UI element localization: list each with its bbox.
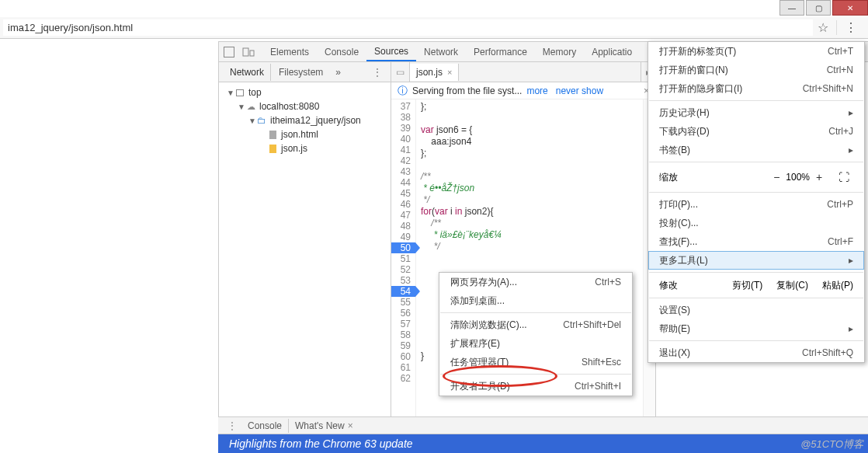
close-icon[interactable]: × bbox=[348, 420, 353, 431]
menu-find[interactable]: 查找(F)...Ctrl+F bbox=[648, 232, 864, 251]
close-tab-icon[interactable]: × bbox=[447, 68, 452, 77]
fullscreen-icon[interactable]: ⛶ bbox=[835, 171, 853, 183]
tree-file-js-label: json.js bbox=[281, 143, 307, 154]
window-maximize[interactable]: ▢ bbox=[806, 0, 831, 16]
info-never-link[interactable]: never show bbox=[556, 85, 603, 96]
menu-extensions[interactable]: 扩展程序(E) bbox=[439, 334, 632, 353]
nav-tab-filesystem[interactable]: Filesystem bbox=[270, 64, 329, 81]
more-tools-submenu: 网页另存为(A)...Ctrl+S 添加到桌面... 清除浏览数据(C)...C… bbox=[439, 272, 633, 396]
nav-tab-more[interactable]: » bbox=[329, 64, 347, 81]
menu-task-manager[interactable]: 任务管理器(T)Shift+Esc bbox=[439, 353, 632, 371]
whatsnew-headline: Highlights from the Chrome 63 update bbox=[218, 434, 868, 453]
menu-developer-tools[interactable]: 开发者工具(D)Ctrl+Shift+I bbox=[439, 377, 632, 396]
info-text: Serving from the file syst... bbox=[412, 85, 522, 96]
tab-console[interactable]: Console bbox=[317, 44, 366, 61]
menu-downloads[interactable]: 下载内容(D)Ctrl+J bbox=[648, 122, 864, 141]
menu-add-to-desktop[interactable]: 添加到桌面... bbox=[439, 291, 632, 310]
menu-incognito[interactable]: 打开新的隐身窗口(I)Ctrl+Shift+N bbox=[648, 79, 864, 98]
devtools-drawer: ⋮ Console What's New× Highlights from th… bbox=[218, 416, 868, 453]
chrome-main-menu: 打开新的标签页(T)Ctrl+T 打开新的窗口(N)Ctrl+N 打开新的隐身窗… bbox=[648, 41, 865, 363]
menu-new-window[interactable]: 打开新的窗口(N)Ctrl+N bbox=[648, 61, 864, 79]
zoom-in-button[interactable]: + bbox=[810, 171, 828, 183]
window-close[interactable]: ✕ bbox=[832, 0, 868, 16]
tree-top-label: top bbox=[248, 87, 262, 98]
tree-host[interactable]: ▼☁localhost:8080 bbox=[219, 99, 391, 113]
info-icon: ⓘ bbox=[398, 84, 408, 98]
menu-history[interactable]: 历史记录(H)▸ bbox=[648, 103, 864, 122]
menu-exit[interactable]: 退出(X)Ctrl+Shift+Q bbox=[648, 343, 864, 362]
tree-folder-label: itheima12_jquery/json bbox=[270, 115, 361, 126]
tab-network[interactable]: Network bbox=[416, 44, 466, 61]
edit-label: 修改 bbox=[659, 279, 678, 292]
line-gutter[interactable]: 3738394041424344454647484950515253545556… bbox=[391, 99, 416, 436]
info-more-link[interactable]: more bbox=[526, 85, 547, 96]
drawer-tab-whatsnew[interactable]: What's New× bbox=[288, 419, 359, 433]
editor-files-icon[interactable]: ▭ bbox=[391, 62, 410, 82]
tab-application[interactable]: Applicatio bbox=[584, 44, 640, 61]
menu-clear-browsing-data[interactable]: 清除浏览数据(C)...Ctrl+Shift+Del bbox=[439, 315, 632, 334]
chrome-menu-button[interactable]: ⋮ bbox=[836, 20, 865, 35]
menu-bookmarks[interactable]: 书签(B)▸ bbox=[648, 141, 864, 159]
tree-file-html[interactable]: json.html bbox=[219, 127, 391, 141]
tree-host-label: localhost:8080 bbox=[259, 101, 319, 112]
tab-sources[interactable]: Sources bbox=[366, 43, 416, 61]
menu-new-tab[interactable]: 打开新的标签页(T)Ctrl+T bbox=[648, 42, 864, 61]
nav-tab-network[interactable]: Network bbox=[224, 64, 270, 81]
editor-tab-label: json.js bbox=[416, 67, 443, 78]
menu-edit-row: 修改 剪切(T) 复制(C) 粘贴(P) bbox=[648, 275, 864, 295]
url-input[interactable] bbox=[3, 19, 813, 36]
menu-save-page-as[interactable]: 网页另存为(A)...Ctrl+S bbox=[439, 273, 632, 291]
menu-more-tools[interactable]: 更多工具(L)▸ bbox=[648, 251, 864, 270]
zoom-label: 缩放 bbox=[659, 171, 678, 184]
tab-elements[interactable]: Elements bbox=[262, 44, 317, 61]
tree-file-js[interactable]: json.js bbox=[219, 141, 391, 155]
svg-rect-0 bbox=[243, 48, 248, 56]
sources-navigator: Network Filesystem » ⋮ ▼top ▼☁localhost:… bbox=[219, 62, 391, 453]
window-minimize[interactable]: — bbox=[779, 0, 804, 16]
tab-performance[interactable]: Performance bbox=[466, 44, 535, 61]
nav-tab-kebab-icon[interactable]: ⋮ bbox=[369, 66, 386, 78]
svg-rect-1 bbox=[250, 51, 254, 56]
editor-infobar: ⓘ Serving from the file syst... more nev… bbox=[391, 82, 655, 99]
drawer-kebab-icon[interactable]: ⋮ bbox=[223, 420, 241, 431]
tab-memory[interactable]: Memory bbox=[535, 44, 584, 61]
menu-settings[interactable]: 设置(S) bbox=[648, 301, 864, 319]
tree-top[interactable]: ▼top bbox=[219, 85, 391, 99]
drawer-tab-console[interactable]: Console bbox=[241, 419, 288, 433]
menu-copy[interactable]: 复制(C) bbox=[776, 279, 808, 292]
tree-file-html-label: json.html bbox=[281, 129, 318, 140]
inspect-icon[interactable] bbox=[224, 47, 242, 57]
tree-folder[interactable]: ▼🗀itheima12_jquery/json bbox=[219, 113, 391, 127]
menu-paste[interactable]: 粘贴(P) bbox=[822, 279, 853, 292]
device-toolbar-icon[interactable] bbox=[242, 47, 262, 57]
editor-tab-jsonjs[interactable]: json.js× bbox=[410, 64, 459, 81]
menu-print[interactable]: 打印(P)...Ctrl+P bbox=[648, 195, 864, 214]
bookmark-star-icon[interactable]: ☆ bbox=[813, 20, 833, 35]
menu-zoom: 缩放 − 100% + ⛶ bbox=[648, 165, 864, 190]
menu-help[interactable]: 帮助(E)▸ bbox=[648, 319, 864, 338]
menu-cut[interactable]: 剪切(T) bbox=[732, 279, 762, 292]
address-bar: ☆ ⋮ bbox=[0, 17, 868, 39]
zoom-out-button[interactable]: − bbox=[767, 171, 786, 183]
zoom-value: 100% bbox=[786, 172, 810, 183]
menu-cast[interactable]: 投射(C)... bbox=[648, 214, 864, 232]
